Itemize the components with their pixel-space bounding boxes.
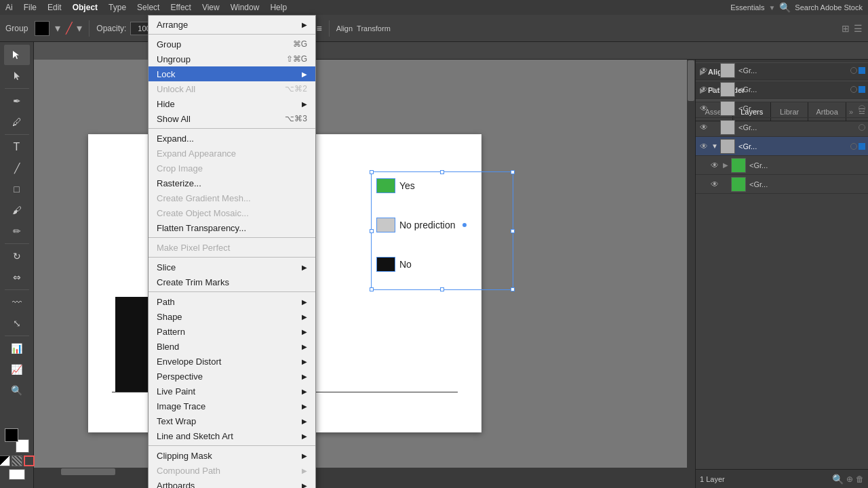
image-trace-arrow: ▶ [302,403,307,410]
menu-item-envelope-distort[interactable]: Envelope Distort ▶ [149,354,315,369]
group-shortcut: ⌘G [293,39,307,49]
shape-arrow: ▶ [302,313,307,321]
menu-item-ungroup[interactable]: Ungroup ⇧⌘G [149,52,315,66]
menu-item-slice-label: Slice [157,262,176,272]
perspective-arrow: ▶ [302,373,307,380]
menu-item-live-paint[interactable]: Live Paint ▶ [149,384,315,399]
menu-item-flatten-transparency[interactable]: Flatten Transparency... [149,220,315,235]
menu-item-artboards[interactable]: Artboards ▶ [149,478,315,488]
object-menu: Arrange ▶ Group ⌘G Ungroup ⇧⌘G Lock ▶ Un… [148,15,316,488]
menu-item-envelope-distort-label: Envelope Distort [157,357,221,367]
sep-2 [149,128,315,129]
menu-item-ungroup-label: Ungroup [157,54,191,64]
menu-item-arrange[interactable]: Arrange ▶ [149,17,315,32]
line-sketch-art-arrow: ▶ [302,432,307,440]
menu-item-rasterize-label: Rasterize... [157,178,201,188]
menu-item-blend[interactable]: Blend ▶ [149,339,315,354]
menu-item-lock[interactable]: Lock ▶ [149,66,315,81]
menu-item-gradient-mesh-label: Create Gradient Mesh... [157,193,251,203]
menu-item-artboards-label: Artboards [157,481,195,489]
menu-item-gradient-mesh: Create Gradient Mesh... [149,190,315,205]
menu-item-line-sketch-art[interactable]: Line and Sketch Art ▶ [149,428,315,443]
compound-path-arrow: ▶ [302,467,307,474]
menu-item-perspective-label: Perspective [157,371,203,382]
dropdown-overlay[interactable]: Arrange ▶ Group ⌘G Ungroup ⇧⌘G Lock ▶ Un… [0,0,868,488]
menu-item-shape-label: Shape [157,312,182,322]
path-arrow: ▶ [302,298,307,306]
menu-item-text-wrap-label: Text Wrap [157,416,196,426]
menu-item-line-sketch-art-label: Line and Sketch Art [157,431,233,441]
menu-item-group[interactable]: Group ⌘G [149,37,315,52]
hide-arrow: ▶ [302,100,307,108]
menu-item-lock-label: Lock [157,69,175,79]
sep-5 [149,291,315,292]
menu-item-show-all[interactable]: Show All ⌥⌘3 [149,111,315,126]
menu-item-flatten-transparency-label: Flatten Transparency... [157,223,246,233]
menu-item-perspective[interactable]: Perspective ▶ [149,369,315,384]
menu-item-show-all-label: Show All [157,114,191,124]
menu-item-clipping-mask[interactable]: Clipping Mask ▶ [149,448,315,463]
menu-item-object-mosaic-label: Create Object Mosaic... [157,208,249,218]
menu-item-expand-appearance-label: Expand Appearance [157,148,236,159]
menu-item-group-label: Group [157,39,181,49]
clipping-mask-arrow: ▶ [302,452,307,460]
menu-item-crop-image-label: Crop Image [157,163,203,174]
menu-item-path[interactable]: Path ▶ [149,294,315,309]
menu-item-trim-marks[interactable]: Create Trim Marks [149,274,315,289]
menu-item-unlock-all-label: Unlock All [157,84,195,94]
sep-1 [149,34,315,35]
menu-item-image-trace[interactable]: Image Trace ▶ [149,399,315,413]
menu-item-live-paint-label: Live Paint [157,386,195,396]
menu-item-image-trace-label: Image Trace [157,401,205,411]
menu-item-hide[interactable]: Hide ▶ [149,96,315,111]
arrange-arrow: ▶ [302,21,307,28]
menu-item-object-mosaic: Create Object Mosaic... [149,205,315,220]
slice-arrow: ▶ [302,264,307,271]
menu-item-clipping-mask-label: Clipping Mask [157,451,212,461]
menu-item-expand-appearance: Expand Appearance [149,146,315,161]
sep-6 [149,445,315,446]
text-wrap-arrow: ▶ [302,418,307,425]
show-all-shortcut: ⌥⌘3 [285,114,307,123]
menu-item-blend-label: Blend [157,342,179,352]
menu-item-rasterize[interactable]: Rasterize... [149,176,315,190]
menu-item-pattern[interactable]: Pattern ▶ [149,324,315,339]
menu-item-shape[interactable]: Shape ▶ [149,309,315,324]
pattern-arrow: ▶ [302,328,307,336]
ungroup-shortcut: ⇧⌘G [286,54,307,64]
menu-item-slice[interactable]: Slice ▶ [149,260,315,274]
lock-arrow: ▶ [302,70,307,78]
blend-arrow: ▶ [302,343,307,350]
menu-item-expand[interactable]: Expand... [149,131,315,146]
menu-item-trim-marks-label: Create Trim Marks [157,277,229,287]
envelope-distort-arrow: ▶ [302,358,307,365]
menu-item-expand-label: Expand... [157,134,194,144]
unlock-all-shortcut: ⌥⌘2 [285,84,307,94]
menu-item-pattern-label: Pattern [157,327,185,337]
menu-item-crop-image: Crop Image [149,161,315,176]
menu-item-unlock-all: Unlock All ⌥⌘2 [149,81,315,96]
menu-item-text-wrap[interactable]: Text Wrap ▶ [149,413,315,428]
live-paint-arrow: ▶ [302,388,307,395]
menu-item-pixel-perfect-label: Make Pixel Perfect [157,243,230,253]
menu-item-path-label: Path [157,297,175,307]
menu-item-hide-label: Hide [157,99,175,109]
menu-item-compound-path: Compound Path ▶ [149,463,315,478]
sep-4 [149,257,315,258]
menu-item-compound-path-label: Compound Path [157,466,220,476]
sep-3 [149,237,315,238]
menu-item-pixel-perfect: Make Pixel Perfect [149,240,315,255]
menu-item-arrange-label: Arrange [157,20,188,30]
artboards-arrow: ▶ [302,482,307,489]
